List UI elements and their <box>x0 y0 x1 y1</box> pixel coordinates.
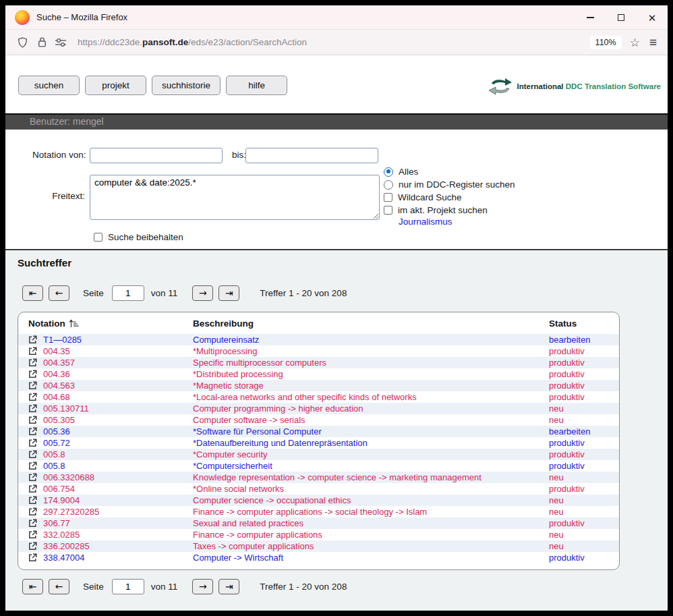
status-cell[interactable]: produktiv <box>549 449 619 459</box>
external-link-icon[interactable] <box>28 347 43 356</box>
external-link-icon[interactable] <box>28 496 43 505</box>
notation-cell[interactable]: 306.77 <box>43 518 193 528</box>
status-cell[interactable]: produktiv <box>549 392 619 402</box>
external-link-icon[interactable] <box>28 404 43 413</box>
external-link-icon[interactable] <box>28 507 43 516</box>
status-cell[interactable]: bearbeiten <box>549 335 619 345</box>
status-cell[interactable]: produktiv <box>549 369 619 379</box>
last-page-button[interactable]: ⇥ <box>218 579 239 594</box>
notation-cell[interactable]: 332.0285 <box>43 530 193 540</box>
status-cell[interactable]: produktiv <box>549 484 619 494</box>
status-cell[interactable]: neu <box>549 507 619 517</box>
next-page-button[interactable]: → <box>192 285 213 301</box>
status-cell[interactable]: produktiv <box>549 518 619 528</box>
first-page-button[interactable]: ⇤ <box>22 579 43 594</box>
checkbox-icon[interactable] <box>384 206 392 215</box>
keep-search-option[interactable]: Suche beibehalten <box>94 232 183 242</box>
status-cell[interactable]: neu <box>549 541 619 551</box>
external-link-icon[interactable] <box>28 530 43 539</box>
beschreibung-cell[interactable]: Specific multiprocessor computers <box>193 358 549 368</box>
external-link-icon[interactable] <box>28 439 43 447</box>
bookmark-star-icon[interactable]: ☆ <box>630 36 640 50</box>
external-link-icon[interactable] <box>28 484 43 493</box>
notation-cell[interactable]: 004.563 <box>43 381 193 391</box>
status-cell[interactable]: neu <box>549 403 619 414</box>
checkbox-icon[interactable] <box>94 233 103 242</box>
radio-checked-icon[interactable] <box>384 167 393 177</box>
external-link-icon[interactable] <box>28 381 43 390</box>
notation-cell[interactable]: 174.9004 <box>43 495 193 505</box>
first-page-button[interactable]: ⇤ <box>22 285 43 301</box>
lock-icon[interactable] <box>37 36 47 48</box>
page-number-input[interactable] <box>112 285 144 301</box>
status-cell[interactable]: produktiv <box>549 553 619 563</box>
beschreibung-cell[interactable]: Computer software -> serials <box>193 415 549 425</box>
minimize-button[interactable] <box>575 5 606 30</box>
notation-cell[interactable]: 338.47004 <box>43 553 193 563</box>
prev-page-button[interactable]: ← <box>49 285 69 301</box>
status-cell[interactable]: neu <box>549 415 619 425</box>
option-ddc-register[interactable]: nur im DDC-Register suchen <box>384 178 515 191</box>
beschreibung-cell[interactable]: *Computersicherheit <box>193 461 549 471</box>
external-link-icon[interactable] <box>28 370 43 379</box>
external-link-icon[interactable] <box>28 473 43 482</box>
status-column-header[interactable]: Status <box>549 318 619 329</box>
status-cell[interactable]: bearbeiten <box>549 426 619 437</box>
beschreibung-cell[interactable]: Computer programming -> higher education <box>193 403 549 414</box>
beschreibung-cell[interactable]: *Multiprocessing <box>193 346 549 356</box>
status-cell[interactable]: produktiv <box>549 381 619 391</box>
option-projekt[interactable]: im akt. Projekt suchen <box>384 204 515 217</box>
beschreibung-cell[interactable]: *Datenaufbereitung und Datenrepräsentati… <box>193 438 549 448</box>
notation-cell[interactable]: 005.130711 <box>43 403 193 414</box>
nav-button[interactable]: projekt <box>85 76 146 95</box>
notation-cell[interactable]: 005.8 <box>43 461 193 471</box>
notation-from-input[interactable] <box>90 148 223 163</box>
prev-page-button[interactable]: ← <box>49 579 69 594</box>
sort-ascending-icon[interactable] <box>69 319 79 328</box>
notation-cell[interactable]: 006.754 <box>43 484 193 494</box>
nav-button[interactable]: hilfe <box>226 76 287 95</box>
beschreibung-cell[interactable]: *Distributed processing <box>193 369 549 379</box>
notation-cell[interactable]: 006.3320688 <box>43 472 193 482</box>
external-link-icon[interactable] <box>28 461 43 470</box>
permissions-icon[interactable] <box>55 38 67 47</box>
external-link-icon[interactable] <box>28 553 43 562</box>
freitext-textarea[interactable]: computer && date:2025.* <box>90 175 380 220</box>
notation-cell[interactable]: 005.305 <box>43 415 193 425</box>
notation-cell[interactable]: 005.8 <box>43 449 193 459</box>
status-cell[interactable]: neu <box>549 495 619 505</box>
beschreibung-cell[interactable]: *Local-area networks and other specific … <box>193 392 549 402</box>
notation-cell[interactable]: 004.36 <box>43 369 193 379</box>
external-link-icon[interactable] <box>28 416 43 424</box>
notation-to-input[interactable] <box>245 148 378 163</box>
status-cell[interactable]: neu <box>549 472 619 482</box>
close-button[interactable]: ✕ <box>637 5 668 30</box>
external-link-icon[interactable] <box>28 393 43 401</box>
beschreibung-cell[interactable]: *Software für Personal Computer <box>193 426 549 437</box>
notation-cell[interactable]: 297.27320285 <box>43 507 193 517</box>
tracking-shield-icon[interactable] <box>17 36 28 49</box>
next-page-button[interactable]: → <box>192 579 213 594</box>
option-alles[interactable]: Alles <box>384 165 515 178</box>
beschreibung-cell[interactable]: Finance -> computer applications -> soci… <box>193 507 549 517</box>
radio-icon[interactable] <box>384 180 393 190</box>
notation-cell[interactable]: 336.200285 <box>43 541 193 551</box>
beschreibung-cell[interactable]: Computer -> Wirtschaft <box>193 553 549 563</box>
nav-button[interactable]: suchhistorie <box>152 76 221 95</box>
beschreibung-column-header[interactable]: Beschreibung <box>193 318 549 329</box>
beschreibung-cell[interactable]: *Online social networks <box>193 484 549 494</box>
external-link-icon[interactable] <box>28 450 43 459</box>
nav-button[interactable]: suchen <box>18 76 80 95</box>
beschreibung-cell[interactable]: Finance -> computer applications <box>193 530 549 540</box>
status-cell[interactable]: neu <box>549 530 619 540</box>
external-link-icon[interactable] <box>28 519 43 528</box>
status-cell[interactable]: produktiv <box>549 461 619 471</box>
external-link-icon[interactable] <box>28 542 43 551</box>
maximize-button[interactable] <box>606 5 637 30</box>
notation-cell[interactable]: 004.68 <box>43 392 193 402</box>
notation-cell[interactable]: 005.36 <box>43 426 193 437</box>
notation-cell[interactable]: 004.35 <box>43 346 193 356</box>
page-number-input[interactable] <box>112 579 144 594</box>
beschreibung-cell[interactable]: Computereinsatz <box>193 335 549 345</box>
status-cell[interactable]: produktiv <box>549 346 619 356</box>
